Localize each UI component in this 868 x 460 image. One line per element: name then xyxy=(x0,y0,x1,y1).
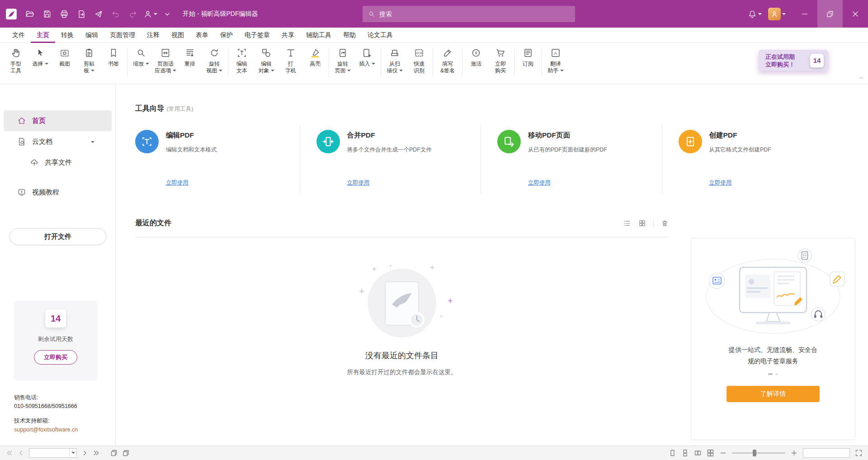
account-avatar-button[interactable] xyxy=(768,7,786,21)
window-title: 开始 - 福昕高级PDF编辑器 xyxy=(183,10,258,18)
chevron-down-icon[interactable] xyxy=(91,141,94,145)
sidebar-item-shared-files[interactable]: 共享文件 xyxy=(4,152,112,173)
menu-item-accessibility[interactable]: 辅助工具 xyxy=(300,28,337,43)
open-file-button[interactable]: 打开文件 xyxy=(9,228,106,245)
ribbon-tool-snapshot[interactable]: 截图 xyxy=(52,46,77,67)
ribbon-tool-clipboard[interactable]: 剪贴板 xyxy=(77,46,101,74)
sidebar-item-cloud-docs[interactable]: 云文档 xyxy=(4,131,112,152)
menu-item-view[interactable]: 视图 xyxy=(165,28,190,43)
menu-item-paper-tools[interactable]: 论文工具 xyxy=(362,28,399,43)
undo-button[interactable] xyxy=(108,7,123,21)
card-move-pdf-pages[interactable]: 移动PDF页面 从已有的PDF页面创建新的PDF 立即使用 xyxy=(481,125,662,193)
card-merge-pdf[interactable]: 合并PDF 将多个文件合并生成一个PDF文件 立即使用 xyxy=(300,125,481,193)
menu-item-esign[interactable]: 电子签章 xyxy=(239,28,276,43)
ribbon-tool-translate[interactable]: A 翻译助手 xyxy=(543,46,568,74)
clear-recent-button[interactable] xyxy=(661,219,669,227)
facing-continuous-view-button[interactable] xyxy=(707,449,714,457)
next-page-button[interactable] xyxy=(81,449,89,457)
minimize-button[interactable] xyxy=(792,0,817,28)
card-create-pdf[interactable]: 创建PDF 从其它格式文件创建PDF 立即使用 xyxy=(662,125,843,193)
ribbon-tool-scanner[interactable]: 从扫描仪 xyxy=(382,46,407,74)
page-number-input[interactable] xyxy=(29,450,69,456)
account-button[interactable] xyxy=(143,7,157,21)
chevron-down-icon xyxy=(347,70,351,73)
search-input[interactable] xyxy=(379,10,570,18)
sidebar-item-video-tutorials[interactable]: 视频教程 xyxy=(4,182,112,203)
ribbon-tool-ocr[interactable]: OCR 快速识别 xyxy=(407,46,431,74)
list-view-button[interactable] xyxy=(623,219,631,227)
use-now-link[interactable]: 立即使用 xyxy=(347,179,370,187)
use-now-link[interactable]: 立即使用 xyxy=(166,179,189,187)
grid-view-button[interactable] xyxy=(638,219,646,227)
export-document-button[interactable] xyxy=(74,7,89,21)
notifications-button[interactable] xyxy=(747,7,762,21)
sidebar-item-home[interactable]: 首页 xyxy=(4,110,112,131)
close-button[interactable] xyxy=(843,0,868,28)
page-number-dropdown[interactable] xyxy=(69,449,76,457)
previous-view-button[interactable] xyxy=(110,449,118,457)
use-now-link[interactable]: 立即使用 xyxy=(709,179,732,187)
menu-item-comment[interactable]: 注释 xyxy=(141,28,165,43)
ribbon-tool-reflow[interactable]: 重排 xyxy=(178,46,202,67)
zoom-slider-thumb[interactable] xyxy=(753,450,756,456)
menu-item-protect[interactable]: 保护 xyxy=(214,28,239,43)
menu-item-home[interactable]: 主页 xyxy=(31,28,55,43)
collapse-ribbon-button[interactable] xyxy=(858,75,864,82)
share-button[interactable] xyxy=(91,7,106,21)
ribbon-tool-bookmark[interactable]: 书签 xyxy=(101,46,126,67)
pagination-dot-2[interactable] xyxy=(775,373,778,375)
zoom-level-box[interactable] xyxy=(803,448,850,458)
ribbon-tool-hand[interactable]: 手型工具 xyxy=(4,46,28,74)
zoom-out-button[interactable] xyxy=(719,449,727,457)
ribbon-tool-edit-object[interactable]: 编辑对象 xyxy=(254,46,278,74)
zoom-level-input[interactable] xyxy=(803,449,849,457)
ribbon-tool-fit-options[interactable]: 页面适应选项 xyxy=(153,46,178,74)
restore-window-button[interactable] xyxy=(817,0,843,28)
continuous-view-button[interactable] xyxy=(681,449,689,457)
ribbon-tool-activate[interactable]: 激活 xyxy=(464,46,488,67)
ribbon-tool-select[interactable]: 选择 xyxy=(28,46,52,67)
learn-more-button[interactable]: 了解详情 xyxy=(726,386,820,402)
next-view-button[interactable] xyxy=(122,449,130,457)
open-file-toolbar-button[interactable] xyxy=(23,7,37,21)
zoom-slider[interactable] xyxy=(732,452,785,454)
ribbon-tool-rotate-pages[interactable]: 旋转页面 xyxy=(330,46,355,74)
ribbon-tool-insert[interactable]: 插入 xyxy=(355,46,379,67)
last-page-button[interactable] xyxy=(93,449,100,457)
ribbon-tool-typewriter[interactable]: 打字机 xyxy=(278,46,303,74)
menu-item-help[interactable]: 帮助 xyxy=(337,28,362,43)
previous-page-button[interactable] xyxy=(17,449,25,457)
zoom-in-button[interactable] xyxy=(790,449,798,457)
ribbon-tool-zoom[interactable]: 缩放 xyxy=(129,46,153,67)
ribbon-tool-edit-text[interactable]: 编辑文本 xyxy=(230,46,254,74)
ribbon-tool-buy[interactable]: 立即购买 xyxy=(488,46,513,74)
use-now-link[interactable]: 立即使用 xyxy=(528,179,551,187)
redo-button[interactable] xyxy=(126,7,140,21)
ribbon-tool-fill-sign[interactable]: 填写&签名 xyxy=(434,46,461,74)
facing-view-button[interactable] xyxy=(694,449,702,457)
first-page-button[interactable] xyxy=(5,449,13,457)
single-page-view-button[interactable] xyxy=(669,449,676,457)
save-icon xyxy=(42,9,52,19)
ribbon-tool-subscribe[interactable]: 订阅 xyxy=(516,46,540,67)
customize-quick-access-button[interactable] xyxy=(160,7,175,21)
video-tutorial-icon xyxy=(17,188,26,197)
search-bar[interactable] xyxy=(363,6,575,22)
page-number-box[interactable] xyxy=(29,448,77,458)
menu-item-form[interactable]: 表单 xyxy=(190,28,214,43)
support-email-link[interactable]: support@foxitsoftware.cn xyxy=(14,426,78,434)
trial-period-badge[interactable]: 正在试用期 立即购买！ 14 xyxy=(759,50,828,71)
ribbon-tool-highlight[interactable]: 高亮 xyxy=(303,46,327,67)
fullscreen-button[interactable] xyxy=(855,449,863,457)
menu-item-edit[interactable]: 编辑 xyxy=(80,28,104,43)
card-edit-pdf[interactable]: 编辑PDF 编辑文档和文本格式 立即使用 xyxy=(135,125,300,193)
menu-item-file[interactable]: 文件 xyxy=(6,28,31,43)
save-button[interactable] xyxy=(40,7,54,21)
ribbon-tool-rotate-view[interactable]: 旋转视图 xyxy=(202,46,226,74)
buy-now-button[interactable]: 立即购买 xyxy=(34,350,77,365)
menu-item-page-manage[interactable]: 页面管理 xyxy=(104,28,141,43)
pagination-dot-1[interactable] xyxy=(768,373,773,375)
menu-item-convert[interactable]: 转换 xyxy=(55,28,80,43)
print-button[interactable] xyxy=(57,7,71,21)
menu-item-share[interactable]: 共享 xyxy=(276,28,300,43)
